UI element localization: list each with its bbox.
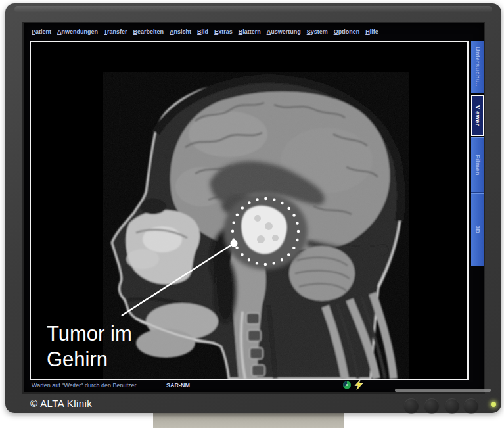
- menu-item-anwendungen[interactable]: Anwendungen: [57, 28, 98, 37]
- menu-item-hilfe[interactable]: Hilfe: [365, 28, 378, 37]
- monitor-bezel: Patient Anwendungen Transfer Bearbeiten …: [5, 3, 501, 413]
- bezel-vent-slot: [395, 389, 491, 392]
- monitor-button-2[interactable]: [424, 398, 439, 413]
- menu-bar: Patient Anwendungen Transfer Bearbeiten …: [32, 28, 378, 37]
- screen: Patient Anwendungen Transfer Bearbeiten …: [24, 23, 484, 392]
- watermark-text: © ALTA Klinik: [30, 398, 92, 409]
- tab-viewer[interactable]: Viewer: [471, 95, 484, 136]
- menu-item-ansicht[interactable]: Ansicht: [170, 28, 191, 37]
- menu-item-bild[interactable]: Bild: [197, 28, 208, 37]
- menu-item-blaettern[interactable]: Blättern: [239, 28, 261, 37]
- monitor-button-3[interactable]: [445, 398, 459, 413]
- menu-item-auswertung[interactable]: Auswertung: [267, 28, 301, 37]
- menu-item-bearbeiten[interactable]: Bearbeiten: [133, 28, 164, 37]
- status-message: Warten auf "Weiter" durch den Benutzer.: [32, 382, 137, 389]
- menu-item-transfer[interactable]: Transfer: [104, 28, 127, 37]
- status-clock-green-icon: [342, 380, 352, 390]
- mri-image-viewport[interactable]: Tumor im Gehirn: [30, 41, 469, 380]
- monitor-button-1[interactable]: [404, 398, 419, 413]
- power-led: [491, 402, 496, 407]
- menu-item-optionen[interactable]: Optionen: [334, 28, 360, 37]
- tumor-highlight: [223, 193, 308, 270]
- annotation-text-line2: Gehirn: [47, 348, 108, 371]
- tab-filmen[interactable]: Filmen: [471, 137, 484, 193]
- menu-item-patient[interactable]: Patient: [32, 28, 51, 37]
- tab-untersuchung[interactable]: Untersuchu..: [471, 41, 484, 93]
- monitor-button-4[interactable]: [464, 398, 478, 413]
- monitor-stand: [153, 412, 344, 428]
- status-icons: [342, 380, 363, 390]
- status-sar-field: SAR-NM: [166, 382, 190, 389]
- mri-sagittal-head-image: Tumor im Gehirn: [31, 42, 467, 379]
- menu-item-extras[interactable]: Extras: [214, 28, 233, 37]
- annotation-text-line1: Tumor im: [47, 322, 132, 345]
- status-flash-icon: [354, 380, 363, 390]
- menu-item-system[interactable]: System: [307, 28, 328, 37]
- tab-3d[interactable]: 3D: [471, 193, 484, 266]
